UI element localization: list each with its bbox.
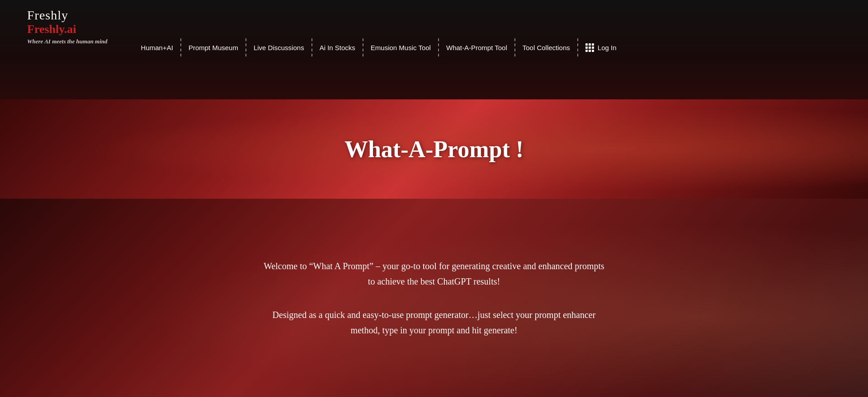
login-label: Log In [598,44,617,51]
nav-item-what-a-prompt-tool[interactable]: What-A-Prompt Tool [440,44,514,51]
grid-icon [585,43,594,52]
hero-section: What-A-Prompt ! [0,99,868,199]
logo-freshly-ai-text: Freshly.ai [27,23,108,36]
hero-title: What-A-Prompt ! [344,136,524,163]
designed-line2: method, type in your prompt and hit gene… [351,325,518,335]
welcome-text: Welcome to “What A Prompt” – your go-to … [264,258,604,289]
welcome-line2: to achieve the best ChatGPT results! [368,276,500,286]
logo-tagline: Where AI meets the human mind [27,38,108,45]
login-button[interactable]: Log In [579,43,623,52]
nav-separator-5 [438,38,439,56]
nav-separator-6 [514,38,515,56]
nav-item-ai-in-stocks[interactable]: Ai In Stocks [313,44,362,51]
nav-separator-2 [245,38,246,56]
content-section: Welcome to “What A Prompt” – your go-to … [0,199,868,397]
main-nav: Human+AI Prompt Museum Live Discussions … [108,38,868,56]
nav-separator-7 [577,38,578,56]
logo-freshly-text: Freshly [27,8,108,23]
nav-separator-4 [363,38,363,56]
nav-item-emusion-music-tool[interactable]: Emusion Music Tool [364,44,437,51]
nav-separator-1 [180,38,181,56]
nav-item-live-discussions[interactable]: Live Discussions [247,44,311,51]
logo-area: Freshly Freshly.ai Where AI meets the hu… [0,0,108,45]
header: Freshly Freshly.ai Where AI meets the hu… [0,0,868,99]
nav-item-human-ai[interactable]: Human+AI [135,44,179,51]
nav-item-tool-collections[interactable]: Tool Collections [516,44,576,51]
welcome-line1: Welcome to “What A Prompt” – your go-to … [264,261,604,271]
designed-line1: Designed as a quick and easy-to-use prom… [273,310,596,320]
designed-text: Designed as a quick and easy-to-use prom… [273,307,596,338]
nav-separator-3 [311,38,312,56]
nav-item-prompt-museum[interactable]: Prompt Museum [182,44,245,51]
